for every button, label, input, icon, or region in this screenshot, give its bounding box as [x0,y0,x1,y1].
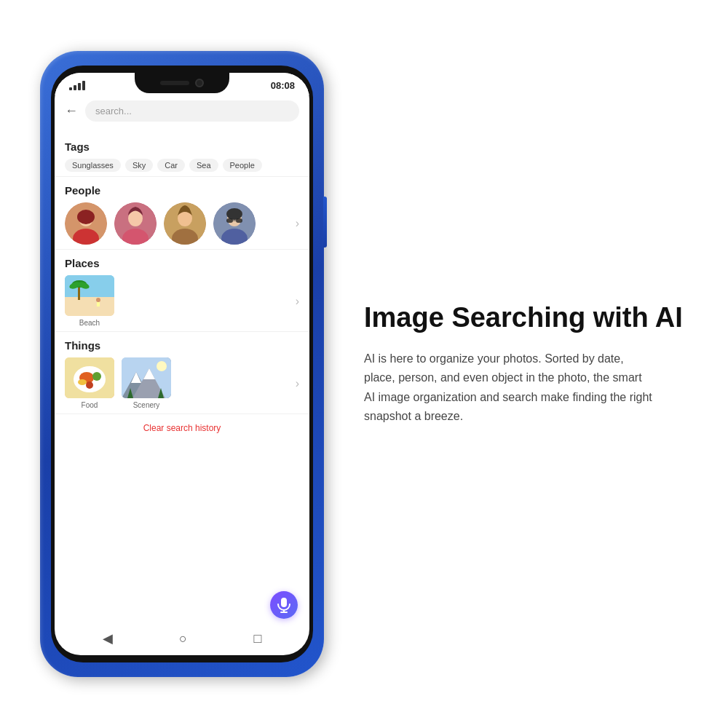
clear-history-button[interactable]: Clear search history [55,414,309,442]
svg-rect-14 [226,218,233,223]
person-avatar-4[interactable] [213,202,256,245]
right-content: Image Searching with AI AI is here to or… [335,287,713,440]
svg-point-3 [77,210,95,224]
avatar-image-1 [65,202,107,245]
things-row: Food [65,357,299,409]
things-section: Things [55,332,309,414]
nav-recent-button[interactable]: □ [253,631,261,646]
places-row: Beach › [65,275,299,327]
food-image [65,357,114,398]
people-title: People [65,184,299,197]
thing-item-food[interactable]: Food [65,357,114,409]
mic-button[interactable] [270,591,298,619]
beach-image [65,275,114,316]
tags-row: Sunglasses Sky Car Sea People [65,159,299,172]
person-avatar-2[interactable] [114,202,157,245]
things-title: Things [65,339,299,352]
thing-item-scenery[interactable]: Scenery [122,357,171,409]
beach-label: Beach [79,319,100,327]
place-item-beach[interactable]: Beach [65,275,114,327]
nav-bar: ◀ ○ □ [55,625,309,655]
main-heading: Image Searching with AI [364,301,692,335]
svg-rect-15 [236,218,242,223]
search-bar-row: ← search... [55,95,309,127]
svg-point-28 [92,372,101,381]
person-avatar-1[interactable] [65,202,107,245]
places-section: Places [55,250,309,332]
tag-chip-sky[interactable]: Sky [125,159,153,172]
tag-chip-people[interactable]: People [223,159,262,172]
things-chevron[interactable]: › [296,377,299,390]
people-section: People [55,177,309,250]
beach-thumbnail [65,275,114,316]
signal-icon [69,81,85,90]
nav-home-button[interactable]: ○ [179,631,187,646]
tag-chip-car[interactable]: Car [157,159,185,172]
people-row: › [65,202,299,245]
people-chevron[interactable]: › [296,217,299,230]
notch-camera [195,79,204,87]
svg-point-29 [86,381,93,389]
scenery-thumbnail [122,357,171,398]
avatar-image-4 [213,202,256,245]
places-title: Places [65,257,299,269]
mic-button-area [55,585,309,625]
status-time: 08:08 [271,80,295,91]
tags-section: Tags Sunglasses Sky Car Sea People [55,133,309,177]
svg-rect-39 [281,598,287,607]
svg-rect-24 [97,302,100,306]
places-chevron[interactable]: › [296,295,299,308]
scenery-image [122,357,171,398]
app-content: Tags Sunglasses Sky Car Sea People P [55,127,309,585]
avatar-image-2 [114,202,157,245]
search-input[interactable]: search... [85,100,299,122]
tag-chip-sunglasses[interactable]: Sunglasses [65,159,121,172]
tags-title: Tags [65,141,299,153]
tag-chip-sea[interactable]: Sea [189,159,218,172]
avatar-image-3 [164,202,206,245]
scenery-label: Scenery [133,401,160,409]
phone-mockup: 08:08 ← search... Tags Sunglasses [29,36,335,692]
svg-point-23 [96,298,100,302]
person-avatar-3[interactable] [164,202,206,245]
back-button[interactable]: ← [65,103,78,119]
notch-speaker [160,81,189,85]
svg-point-38 [157,361,167,371]
svg-rect-18 [65,297,114,316]
food-label: Food [82,401,98,409]
main-description: AI is here to organize your photos. Sort… [364,349,655,427]
svg-point-13 [226,208,242,220]
phone-notch [135,73,229,93]
food-thumbnail [65,357,114,398]
svg-point-30 [78,379,87,385]
nav-back-button[interactable]: ◀ [103,630,113,646]
